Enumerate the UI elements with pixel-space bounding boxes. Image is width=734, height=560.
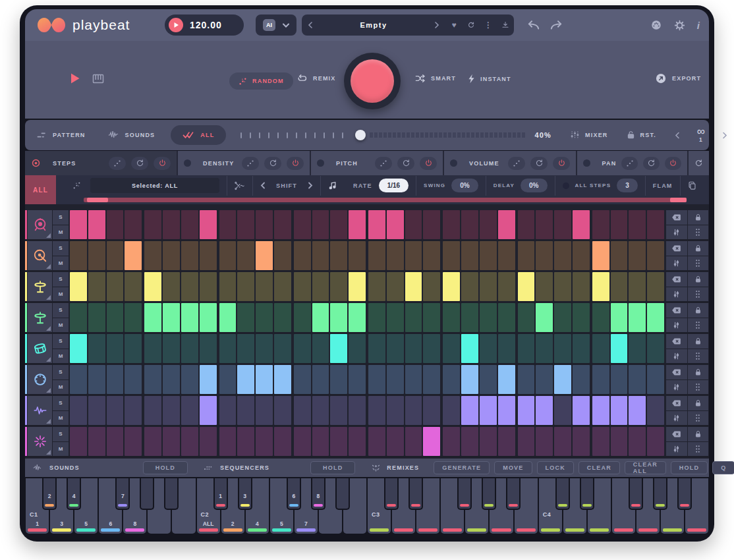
step-tom-18[interactable]: [387, 334, 404, 363]
black-key[interactable]: [409, 478, 423, 510]
black-key[interactable]: [555, 478, 570, 510]
step-clap-28[interactable]: [573, 427, 590, 456]
clear-all-button[interactable]: CLEAR ALL: [625, 461, 666, 474]
step-snare-24[interactable]: [498, 241, 515, 270]
step-snare-25[interactable]: [518, 241, 535, 270]
step-tambourine-31[interactable]: [629, 365, 646, 394]
step-synth-1[interactable]: [70, 396, 87, 425]
step-tom-27[interactable]: [554, 334, 571, 363]
step-kick-30[interactable]: [611, 210, 628, 239]
step-snare-10[interactable]: [237, 241, 254, 270]
step-clap-22[interactable]: [461, 427, 478, 456]
lock-icon-tom[interactable]: [688, 334, 709, 349]
drag-dots-icon-hihat-2[interactable]: [688, 318, 709, 333]
step-kick-17-active[interactable]: [368, 210, 385, 239]
step-synth-20[interactable]: [423, 396, 440, 425]
step-snare-20[interactable]: [423, 241, 440, 270]
step-clap-20-active[interactable]: [423, 427, 440, 456]
step-hihat-1-27[interactable]: [554, 272, 571, 301]
step-kick-13[interactable]: [294, 210, 311, 239]
step-kick-4[interactable]: [125, 210, 142, 239]
step-snare-7[interactable]: [181, 241, 198, 270]
step-snare-32[interactable]: [647, 241, 664, 270]
step-hihat-1-4[interactable]: [125, 272, 142, 301]
step-hihat-1-8[interactable]: [200, 272, 217, 301]
black-key[interactable]: [164, 478, 179, 510]
step-hihat-2-18[interactable]: [387, 303, 404, 332]
step-synth-6[interactable]: [163, 396, 180, 425]
main-trigger-button[interactable]: [344, 53, 401, 109]
step-tom-17[interactable]: [368, 334, 385, 363]
solo-button-kick[interactable]: S: [53, 210, 69, 225]
step-tambourine-26[interactable]: [536, 365, 553, 394]
black-key-3[interactable]: 3: [238, 478, 252, 510]
step-snare-11-active[interactable]: [256, 241, 273, 270]
mute-button-tambourine[interactable]: M: [53, 380, 69, 395]
mute-button-clap[interactable]: M: [53, 442, 69, 457]
step-hihat-2-22[interactable]: [461, 303, 478, 332]
rate-value[interactable]: 1/16: [379, 179, 409, 192]
clear-x-icon-snare[interactable]: [666, 241, 687, 256]
clear-x-icon-hihat-1[interactable]: [666, 272, 687, 287]
step-synth-29-active[interactable]: [592, 396, 609, 425]
step-hihat-1-13[interactable]: [294, 272, 311, 301]
reset-density-icon[interactable]: [264, 157, 281, 170]
step-snare-1[interactable]: [70, 241, 87, 270]
step-hihat-1-15[interactable]: [330, 272, 347, 301]
black-key[interactable]: [140, 478, 154, 510]
step-hihat-1-11[interactable]: [256, 272, 273, 301]
step-synth-28-active[interactable]: [573, 396, 590, 425]
generate-button[interactable]: GENERATE: [434, 461, 490, 474]
step-clap-29[interactable]: [592, 427, 609, 456]
step-snare-12[interactable]: [274, 241, 291, 270]
split-scissors-icon[interactable]: [235, 181, 245, 190]
preset-refresh-icon[interactable]: [463, 21, 480, 29]
pattern-length-bar[interactable]: [84, 198, 687, 202]
step-snare-23[interactable]: [480, 241, 497, 270]
step-hihat-1-6[interactable]: [163, 272, 180, 301]
sliders-icon-tambourine[interactable]: [666, 380, 687, 395]
step-hihat-2-32-active[interactable]: [647, 303, 664, 332]
step-clap-30[interactable]: [611, 427, 628, 456]
undo-icon[interactable]: [527, 20, 540, 30]
step-clap-26[interactable]: [536, 427, 553, 456]
step-synth-5[interactable]: [144, 396, 161, 425]
step-tambourine-6[interactable]: [163, 365, 180, 394]
black-key[interactable]: [580, 478, 594, 510]
step-snare-22[interactable]: [461, 241, 478, 270]
step-kick-23[interactable]: [480, 210, 497, 239]
step-hihat-2-14-active[interactable]: [312, 303, 329, 332]
hold-button[interactable]: HOLD: [671, 461, 708, 474]
step-hihat-2-25[interactable]: [518, 303, 535, 332]
sequencers-hold-button[interactable]: HOLD: [310, 461, 355, 474]
instant-button[interactable]: INSTANT: [468, 74, 511, 84]
step-tambourine-8-active[interactable]: [200, 365, 217, 394]
step-snare-9[interactable]: [219, 241, 237, 270]
mute-button-hihat-2[interactable]: M: [53, 318, 69, 333]
step-kick-19[interactable]: [405, 210, 422, 239]
step-clap-21[interactable]: [443, 427, 460, 456]
shift-right-icon[interactable]: [308, 182, 313, 189]
favorite-heart-icon[interactable]: ♥: [445, 20, 463, 30]
solo-button-hihat-1[interactable]: S: [53, 272, 69, 287]
step-kick-9[interactable]: [219, 210, 237, 239]
bpm-value[interactable]: 120.00: [190, 20, 222, 30]
step-kick-25[interactable]: [518, 210, 535, 239]
drag-dots-icon-snare[interactable]: [688, 256, 709, 271]
black-key-8[interactable]: 8: [311, 478, 325, 510]
step-clap-18[interactable]: [387, 427, 404, 456]
step-clap-31[interactable]: [629, 427, 646, 456]
step-kick-20[interactable]: [423, 210, 440, 239]
step-tambourine-20[interactable]: [423, 365, 440, 394]
step-snare-16[interactable]: [349, 241, 366, 270]
smart-button[interactable]: SMART: [415, 74, 456, 83]
step-hihat-1-21-active[interactable]: [443, 272, 460, 301]
step-tambourine-21[interactable]: [443, 365, 460, 394]
reset-pan-icon[interactable]: [643, 157, 660, 170]
black-key[interactable]: [629, 478, 643, 510]
step-kick-27[interactable]: [554, 210, 571, 239]
step-tom-24[interactable]: [498, 334, 515, 363]
step-snare-26[interactable]: [536, 241, 553, 270]
black-key[interactable]: [677, 478, 692, 510]
sliders-icon-snare[interactable]: [666, 256, 687, 271]
